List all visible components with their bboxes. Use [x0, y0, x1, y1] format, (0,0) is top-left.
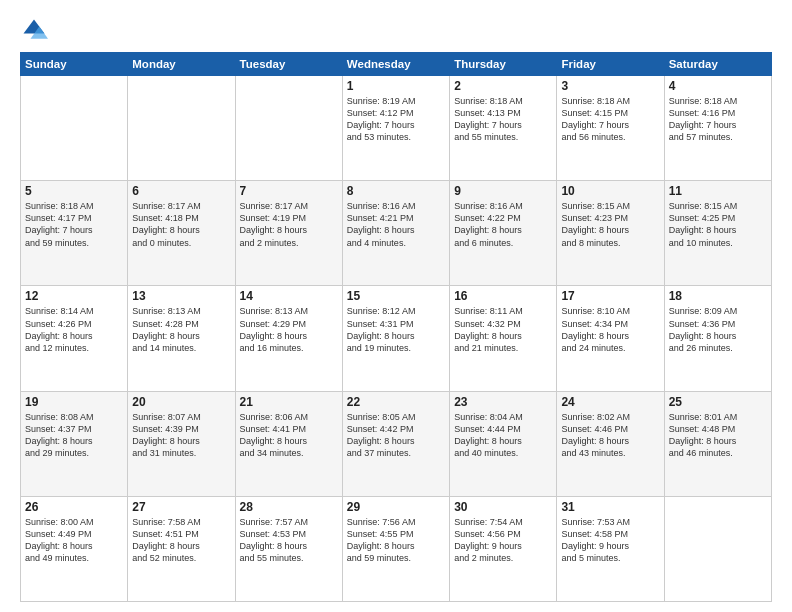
day-number: 28: [240, 500, 338, 514]
logo-icon: [20, 16, 48, 44]
page: SundayMondayTuesdayWednesdayThursdayFrid…: [0, 0, 792, 612]
day-info: Sunrise: 8:15 AMSunset: 4:25 PMDaylight:…: [669, 200, 767, 249]
day-number: 10: [561, 184, 659, 198]
calendar-cell: 6Sunrise: 8:17 AMSunset: 4:18 PMDaylight…: [128, 181, 235, 286]
calendar-cell: 21Sunrise: 8:06 AMSunset: 4:41 PMDayligh…: [235, 391, 342, 496]
day-number: 22: [347, 395, 445, 409]
calendar-cell: 27Sunrise: 7:58 AMSunset: 4:51 PMDayligh…: [128, 496, 235, 601]
day-info: Sunrise: 8:07 AMSunset: 4:39 PMDaylight:…: [132, 411, 230, 460]
calendar-cell: 7Sunrise: 8:17 AMSunset: 4:19 PMDaylight…: [235, 181, 342, 286]
day-info: Sunrise: 7:56 AMSunset: 4:55 PMDaylight:…: [347, 516, 445, 565]
day-info: Sunrise: 8:13 AMSunset: 4:29 PMDaylight:…: [240, 305, 338, 354]
day-number: 1: [347, 79, 445, 93]
day-number: 9: [454, 184, 552, 198]
day-info: Sunrise: 8:18 AMSunset: 4:16 PMDaylight:…: [669, 95, 767, 144]
calendar-cell: [664, 496, 771, 601]
calendar-cell: 10Sunrise: 8:15 AMSunset: 4:23 PMDayligh…: [557, 181, 664, 286]
day-number: 20: [132, 395, 230, 409]
calendar-cell: 28Sunrise: 7:57 AMSunset: 4:53 PMDayligh…: [235, 496, 342, 601]
day-number: 27: [132, 500, 230, 514]
day-info: Sunrise: 8:17 AMSunset: 4:18 PMDaylight:…: [132, 200, 230, 249]
calendar-cell: 2Sunrise: 8:18 AMSunset: 4:13 PMDaylight…: [450, 76, 557, 181]
day-info: Sunrise: 7:54 AMSunset: 4:56 PMDaylight:…: [454, 516, 552, 565]
day-info: Sunrise: 8:15 AMSunset: 4:23 PMDaylight:…: [561, 200, 659, 249]
calendar-cell: 5Sunrise: 8:18 AMSunset: 4:17 PMDaylight…: [21, 181, 128, 286]
day-info: Sunrise: 8:12 AMSunset: 4:31 PMDaylight:…: [347, 305, 445, 354]
day-number: 3: [561, 79, 659, 93]
calendar-cell: 1Sunrise: 8:19 AMSunset: 4:12 PMDaylight…: [342, 76, 449, 181]
day-info: Sunrise: 8:06 AMSunset: 4:41 PMDaylight:…: [240, 411, 338, 460]
calendar-cell: 19Sunrise: 8:08 AMSunset: 4:37 PMDayligh…: [21, 391, 128, 496]
day-info: Sunrise: 7:58 AMSunset: 4:51 PMDaylight:…: [132, 516, 230, 565]
day-number: 25: [669, 395, 767, 409]
day-info: Sunrise: 8:16 AMSunset: 4:21 PMDaylight:…: [347, 200, 445, 249]
calendar-cell: [128, 76, 235, 181]
day-number: 23: [454, 395, 552, 409]
weekday-header-saturday: Saturday: [664, 53, 771, 76]
day-info: Sunrise: 8:16 AMSunset: 4:22 PMDaylight:…: [454, 200, 552, 249]
day-info: Sunrise: 8:18 AMSunset: 4:17 PMDaylight:…: [25, 200, 123, 249]
day-info: Sunrise: 8:13 AMSunset: 4:28 PMDaylight:…: [132, 305, 230, 354]
calendar-week-5: 26Sunrise: 8:00 AMSunset: 4:49 PMDayligh…: [21, 496, 772, 601]
calendar-cell: 15Sunrise: 8:12 AMSunset: 4:31 PMDayligh…: [342, 286, 449, 391]
calendar-week-2: 5Sunrise: 8:18 AMSunset: 4:17 PMDaylight…: [21, 181, 772, 286]
day-info: Sunrise: 8:10 AMSunset: 4:34 PMDaylight:…: [561, 305, 659, 354]
calendar-cell: 30Sunrise: 7:54 AMSunset: 4:56 PMDayligh…: [450, 496, 557, 601]
calendar-week-1: 1Sunrise: 8:19 AMSunset: 4:12 PMDaylight…: [21, 76, 772, 181]
day-number: 31: [561, 500, 659, 514]
weekday-header-friday: Friday: [557, 53, 664, 76]
calendar-cell: 31Sunrise: 7:53 AMSunset: 4:58 PMDayligh…: [557, 496, 664, 601]
day-number: 29: [347, 500, 445, 514]
weekday-header-row: SundayMondayTuesdayWednesdayThursdayFrid…: [21, 53, 772, 76]
day-number: 17: [561, 289, 659, 303]
day-info: Sunrise: 8:05 AMSunset: 4:42 PMDaylight:…: [347, 411, 445, 460]
day-info: Sunrise: 8:11 AMSunset: 4:32 PMDaylight:…: [454, 305, 552, 354]
calendar-body: 1Sunrise: 8:19 AMSunset: 4:12 PMDaylight…: [21, 76, 772, 602]
day-number: 14: [240, 289, 338, 303]
calendar-cell: 4Sunrise: 8:18 AMSunset: 4:16 PMDaylight…: [664, 76, 771, 181]
day-number: 13: [132, 289, 230, 303]
day-info: Sunrise: 8:19 AMSunset: 4:12 PMDaylight:…: [347, 95, 445, 144]
day-number: 6: [132, 184, 230, 198]
day-info: Sunrise: 8:17 AMSunset: 4:19 PMDaylight:…: [240, 200, 338, 249]
day-info: Sunrise: 8:09 AMSunset: 4:36 PMDaylight:…: [669, 305, 767, 354]
calendar-cell: 17Sunrise: 8:10 AMSunset: 4:34 PMDayligh…: [557, 286, 664, 391]
day-info: Sunrise: 8:02 AMSunset: 4:46 PMDaylight:…: [561, 411, 659, 460]
calendar-cell: 8Sunrise: 8:16 AMSunset: 4:21 PMDaylight…: [342, 181, 449, 286]
calendar-cell: 22Sunrise: 8:05 AMSunset: 4:42 PMDayligh…: [342, 391, 449, 496]
day-number: 15: [347, 289, 445, 303]
calendar-cell: 18Sunrise: 8:09 AMSunset: 4:36 PMDayligh…: [664, 286, 771, 391]
calendar-cell: 29Sunrise: 7:56 AMSunset: 4:55 PMDayligh…: [342, 496, 449, 601]
weekday-header-wednesday: Wednesday: [342, 53, 449, 76]
calendar-cell: 23Sunrise: 8:04 AMSunset: 4:44 PMDayligh…: [450, 391, 557, 496]
calendar-header: SundayMondayTuesdayWednesdayThursdayFrid…: [21, 53, 772, 76]
day-info: Sunrise: 8:14 AMSunset: 4:26 PMDaylight:…: [25, 305, 123, 354]
logo: [20, 16, 52, 44]
day-number: 4: [669, 79, 767, 93]
day-info: Sunrise: 8:08 AMSunset: 4:37 PMDaylight:…: [25, 411, 123, 460]
header: [20, 16, 772, 44]
calendar-cell: 13Sunrise: 8:13 AMSunset: 4:28 PMDayligh…: [128, 286, 235, 391]
calendar-cell: 3Sunrise: 8:18 AMSunset: 4:15 PMDaylight…: [557, 76, 664, 181]
calendar-cell: 9Sunrise: 8:16 AMSunset: 4:22 PMDaylight…: [450, 181, 557, 286]
day-number: 21: [240, 395, 338, 409]
day-info: Sunrise: 8:01 AMSunset: 4:48 PMDaylight:…: [669, 411, 767, 460]
day-number: 24: [561, 395, 659, 409]
day-number: 16: [454, 289, 552, 303]
day-info: Sunrise: 8:18 AMSunset: 4:13 PMDaylight:…: [454, 95, 552, 144]
day-number: 11: [669, 184, 767, 198]
day-number: 7: [240, 184, 338, 198]
day-number: 5: [25, 184, 123, 198]
day-info: Sunrise: 8:00 AMSunset: 4:49 PMDaylight:…: [25, 516, 123, 565]
day-number: 8: [347, 184, 445, 198]
calendar-cell: [21, 76, 128, 181]
day-number: 19: [25, 395, 123, 409]
day-number: 30: [454, 500, 552, 514]
weekday-header-tuesday: Tuesday: [235, 53, 342, 76]
calendar: SundayMondayTuesdayWednesdayThursdayFrid…: [20, 52, 772, 602]
day-number: 2: [454, 79, 552, 93]
weekday-header-thursday: Thursday: [450, 53, 557, 76]
calendar-cell: 12Sunrise: 8:14 AMSunset: 4:26 PMDayligh…: [21, 286, 128, 391]
calendar-cell: 11Sunrise: 8:15 AMSunset: 4:25 PMDayligh…: [664, 181, 771, 286]
weekday-header-sunday: Sunday: [21, 53, 128, 76]
